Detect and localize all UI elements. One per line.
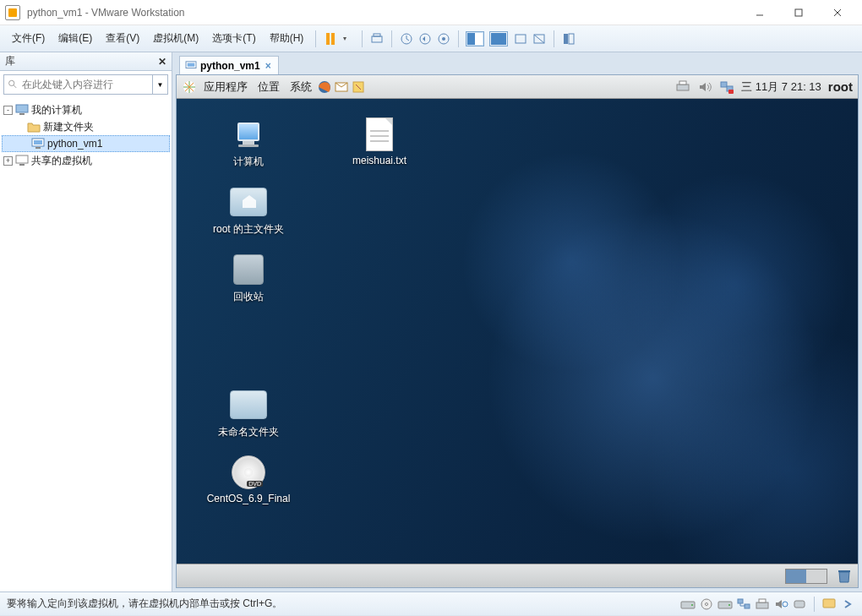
svg-rect-14 — [569, 34, 574, 44]
svg-rect-30 — [677, 84, 689, 90]
svg-point-37 — [691, 604, 693, 606]
tree-new-folder[interactable]: 新建文件夹 — [2, 118, 170, 135]
svg-point-39 — [706, 602, 708, 605]
status-cd-icon[interactable] — [699, 597, 714, 611]
svg-point-15 — [9, 80, 14, 85]
icon-label: 回收站 — [210, 290, 286, 304]
view-library-icon[interactable] — [561, 31, 576, 46]
status-printer-icon[interactable] — [755, 597, 770, 611]
desktop-icon-dvd[interactable]: CentOS_6.9_Final — [202, 454, 295, 504]
status-network-icon[interactable] — [736, 597, 751, 611]
svg-rect-32 — [721, 82, 727, 87]
desktop-icon-unnamed-folder[interactable]: 未命名文件夹 — [210, 386, 286, 439]
guest-menu-places[interactable]: 位置 — [253, 79, 285, 95]
view-console-button[interactable] — [466, 31, 484, 46]
mail-icon[interactable] — [334, 79, 349, 95]
library-panel: 库 ✕ ▼ - 我的计算机 新建文件夹 python_vm1 — [0, 52, 172, 591]
printer-tray-icon[interactable] — [675, 79, 690, 95]
status-sound-icon[interactable] — [773, 597, 788, 611]
snapshot-take-icon[interactable] — [399, 31, 414, 46]
send-ctrl-alt-del-icon[interactable] — [369, 31, 385, 46]
tree-collapse-icon[interactable]: - — [3, 106, 13, 115]
view-stretch-icon[interactable] — [532, 31, 547, 46]
panel-trash-icon[interactable] — [836, 569, 853, 584]
window-titlebar: python_vm1 - VMware Workstation — [0, 0, 862, 25]
menu-vm[interactable]: 虚拟机(M) — [148, 30, 204, 47]
guest-menu-applications[interactable]: 应用程序 — [199, 79, 253, 95]
window-close-button[interactable] — [818, 0, 857, 25]
note-icon[interactable] — [351, 79, 366, 95]
guest-top-panel: 应用程序 位置 系统 三 11月 7 21: 13 root — [177, 75, 858, 99]
status-chevron-icon[interactable] — [840, 597, 855, 611]
guest-clock[interactable]: 三 11月 7 21: 13 — [741, 79, 821, 95]
desktop-icon-textfile[interactable]: meishuai.txt — [341, 116, 417, 166]
svg-rect-13 — [564, 34, 568, 44]
menu-view[interactable]: 查看(V) — [101, 30, 145, 47]
svg-rect-48 — [823, 599, 835, 608]
library-close-button[interactable]: ✕ — [158, 56, 166, 68]
tree-label: 共享的虚拟机 — [31, 154, 92, 168]
status-hdd-icon[interactable] — [680, 597, 696, 611]
status-message-icon[interactable] — [821, 597, 837, 611]
svg-point-41 — [728, 604, 730, 606]
tree-my-computer[interactable]: - 我的计算机 — [2, 101, 170, 118]
guest-user-menu[interactable]: root — [828, 79, 853, 94]
guest-desktop[interactable]: 计算机 meishuai.txt root 的主文件夹 回收站 未命名文件夹 — [177, 99, 858, 564]
tree-shared-vms[interactable]: + 共享的虚拟机 — [2, 152, 170, 169]
network-error-icon[interactable] — [719, 79, 734, 95]
menu-edit[interactable]: 编辑(E) — [53, 30, 97, 47]
vm-tab-row: python_vm1 × — [172, 52, 862, 74]
shared-icon — [15, 155, 29, 166]
centos-logo-icon — [182, 79, 197, 95]
menu-help[interactable]: 帮助(H) — [265, 30, 309, 47]
search-icon — [8, 79, 19, 90]
vm-tab-python-vm1[interactable]: python_vm1 × — [179, 56, 279, 74]
workspace-switcher[interactable] — [785, 569, 827, 584]
view-fullscreen-button[interactable] — [489, 31, 508, 46]
icon-label: meishuai.txt — [341, 155, 417, 166]
vmware-logo-icon — [5, 5, 20, 20]
desktop-icon-computer[interactable]: 计算机 — [210, 116, 286, 169]
volume-icon[interactable] — [697, 79, 712, 95]
svg-rect-22 — [16, 155, 28, 163]
status-usb-icon[interactable] — [792, 597, 807, 611]
snapshot-manager-icon[interactable] — [436, 31, 451, 46]
folder-icon — [27, 121, 41, 133]
svg-rect-4 — [372, 36, 382, 42]
svg-rect-21 — [35, 147, 41, 149]
window-title: python_vm1 - VMware Workstation — [27, 7, 185, 19]
view-unity-icon[interactable] — [513, 31, 528, 46]
svg-point-46 — [783, 602, 788, 607]
svg-rect-10 — [516, 35, 526, 43]
svg-rect-5 — [374, 34, 380, 36]
firefox-icon[interactable] — [317, 79, 332, 95]
vm-console[interactable]: 应用程序 位置 系统 三 11月 7 21: 13 root 计算 — [176, 74, 859, 588]
pause-icon[interactable] — [323, 31, 338, 46]
guest-bottom-panel — [177, 564, 858, 587]
svg-rect-17 — [16, 105, 28, 112]
library-title: 库 — [5, 54, 15, 68]
library-search-dropdown[interactable]: ▼ — [153, 74, 168, 95]
menu-tabs[interactable]: 选项卡(T) — [207, 30, 260, 47]
desktop-icon-trash[interactable]: 回收站 — [210, 251, 286, 304]
library-search-input[interactable] — [22, 79, 149, 90]
svg-rect-23 — [19, 164, 25, 166]
menu-file[interactable]: 文件(F) — [7, 30, 50, 47]
tree-expand-icon[interactable]: + — [3, 156, 13, 166]
library-tree: - 我的计算机 新建文件夹 python_vm1 + 共享的虚拟机 — [0, 98, 172, 172]
window-maximize-button[interactable] — [779, 0, 818, 25]
svg-rect-47 — [794, 601, 805, 608]
desktop-icon-home[interactable]: root 的主文件夹 — [210, 183, 286, 237]
status-hdd2-icon[interactable] — [717, 597, 733, 611]
guest-menu-system[interactable]: 系统 — [285, 79, 317, 95]
snapshot-revert-icon[interactable] — [417, 31, 433, 46]
icon-label: root 的主文件夹 — [210, 222, 286, 237]
svg-rect-18 — [19, 113, 25, 115]
tree-python-vm1[interactable]: python_vm1 — [2, 135, 170, 152]
tab-close-button[interactable]: × — [264, 60, 273, 72]
window-minimize-button[interactable] — [740, 0, 779, 25]
tree-label: 新建文件夹 — [43, 120, 94, 134]
svg-rect-1 — [795, 9, 802, 16]
svg-point-9 — [442, 37, 445, 41]
library-search-box[interactable] — [3, 74, 153, 95]
